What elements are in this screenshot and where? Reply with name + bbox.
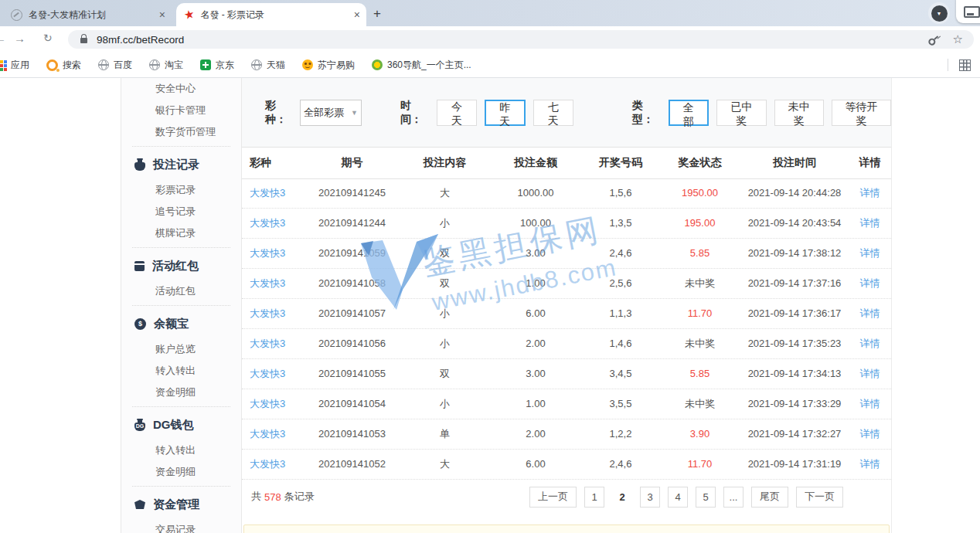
address-bar[interactable]: 98mf.cc/betRecord ☆ [68, 30, 974, 49]
sidebar-section-fund-management[interactable]: 资金管理 [121, 490, 241, 519]
col-header-issue: 期号 [304, 156, 400, 170]
sidebar-section-activity-red-packet[interactable]: 活动红包 [121, 251, 241, 280]
record-count-prefix: 共 [251, 490, 261, 504]
dg-wallet-icon: DG [134, 423, 145, 431]
prize-status: 11.70 [659, 458, 740, 470]
time-filter-yesterday[interactable]: 昨天 [485, 100, 525, 126]
back-button[interactable]: ← [0, 32, 6, 45]
tab-bet-record-title: 名發 - 彩票记录 [200, 8, 344, 22]
issue-number: 202109141057 [304, 307, 400, 319]
issue-number: 202109141245 [304, 187, 400, 199]
sidebar-item-chase-records[interactable]: 追号记录 [121, 201, 241, 222]
lottery-link[interactable]: 大发快3 [242, 397, 304, 411]
bookmark-taobao[interactable]: 淘宝 [149, 59, 183, 72]
sidebar-item-security-center[interactable]: 安全中心 [121, 78, 241, 100]
draw-numbers: 2,4,6 [582, 458, 659, 470]
col-header-lottery: 彩种 [242, 156, 304, 170]
pagination-page-1[interactable]: 1 [584, 487, 604, 508]
type-filter-won[interactable]: 已中奖 [716, 100, 767, 126]
jd-flower-icon [200, 59, 211, 70]
sidebar-item-dg-fund-details[interactable]: 资金明细 [121, 461, 241, 483]
bookmark-apps[interactable]: 应用 [0, 59, 29, 72]
sidebar-item-digital-currency[interactable]: 数字货币管理 [121, 121, 241, 143]
sidebar-item-fund-details[interactable]: 资金明细 [121, 382, 241, 403]
bet-time: 2021-09-14 17:38:12 [740, 247, 849, 259]
bet-amount: 1.00 [489, 398, 582, 409]
detail-link[interactable]: 详情 [849, 277, 891, 290]
pagination-ellipsis[interactable]: ... [723, 487, 744, 508]
detail-link[interactable]: 详情 [849, 337, 891, 351]
type-filter-label: 类型： [632, 99, 661, 127]
sidebar-item-transaction-records[interactable]: 交易记录 [121, 519, 241, 533]
browser-profile-button[interactable] [928, 2, 950, 24]
sidebar-item-lottery-records[interactable]: 彩票记录 [121, 179, 241, 201]
sidebar-item-account-overview[interactable]: 账户总览 [121, 338, 241, 360]
browser-tab-strip: 名發-大发精准计划 × 名發 - 彩票记录 × + [0, 0, 980, 26]
sidebar-section-bet-records[interactable]: 投注记录 [121, 150, 241, 179]
sidebar-item-label: 资金明细 [155, 385, 196, 399]
pagination-next-button[interactable]: 下一页 [796, 487, 843, 508]
tab-close-icon[interactable]: × [351, 8, 363, 21]
tab-plan[interactable]: 名發-大发精准计划 × [8, 5, 168, 24]
draw-numbers: 2,5,6 [582, 277, 659, 289]
lottery-link[interactable]: 大发快3 [242, 457, 304, 471]
sidebar-item-board-game-records[interactable]: 棋牌记录 [121, 222, 241, 244]
prize-status: 3.90 [659, 428, 740, 440]
draw-numbers: 2,4,6 [582, 247, 659, 259]
time-filter-seven-days[interactable]: 七天 [533, 100, 573, 126]
lottery-link[interactable]: 大发快3 [242, 307, 304, 321]
forward-button[interactable]: → [14, 32, 26, 45]
sidebar-item-bank-card[interactable]: 银行卡管理 [121, 100, 241, 121]
lottery-link[interactable]: 大发快3 [242, 337, 304, 351]
time-filter-today[interactable]: 今天 [437, 100, 477, 126]
detail-link[interactable]: 详情 [849, 246, 891, 260]
pagination-page-5[interactable]: 5 [696, 487, 716, 508]
type-filter-pending[interactable]: 等待开奖 [832, 100, 891, 126]
sidebar: 安全中心 银行卡管理 数字货币管理 投注记录 彩票记录 追号记录 棋牌记录 活动… [121, 78, 242, 533]
bookmark-jd[interactable]: 京东 [200, 59, 234, 72]
reading-list-grid-icon[interactable] [959, 59, 971, 71]
lottery-link[interactable]: 大发快3 [242, 186, 304, 200]
window-minimize-button[interactable] [956, 0, 980, 23]
detail-link[interactable]: 详情 [849, 186, 891, 200]
bookmark-star-icon[interactable]: ☆ [953, 32, 963, 46]
bookmark-suning[interactable]: 苏宁易购 [302, 59, 355, 72]
bookmark-baidu[interactable]: 百度 [98, 59, 132, 72]
draw-numbers: 1,4,6 [582, 338, 659, 349]
detail-link[interactable]: 详情 [849, 367, 891, 381]
type-filter-all[interactable]: 全部 [669, 100, 709, 126]
bookmark-tmall[interactable]: 天猫 [251, 59, 285, 72]
detail-link[interactable]: 详情 [849, 457, 891, 471]
password-key-icon[interactable] [924, 31, 941, 47]
pagination-last-button[interactable]: 尾页 [751, 487, 788, 508]
tab-close-icon[interactable]: × [156, 8, 168, 21]
lottery-link[interactable]: 大发快3 [242, 367, 304, 381]
detail-link[interactable]: 详情 [849, 427, 891, 441]
lottery-link[interactable]: 大发快3 [242, 427, 304, 441]
sidebar-item-activity-red-packet[interactable]: 活动红包 [121, 280, 241, 302]
sidebar-item-label: 追号记录 [155, 205, 196, 219]
reload-button[interactable]: ↻ [43, 32, 53, 44]
draw-numbers: 1,5,6 [582, 187, 659, 199]
new-tab-button[interactable]: + [368, 5, 386, 23]
detail-link[interactable]: 详情 [849, 216, 891, 230]
tab-bet-record[interactable]: 名發 - 彩票记录 × [176, 3, 366, 26]
pagination-page-3[interactable]: 3 [640, 487, 660, 508]
lottery-link[interactable]: 大发快3 [242, 277, 304, 290]
table-row: 大发快3 202109141055 双 3.00 3,4,5 5.85 2021… [242, 358, 891, 389]
pagination-page-2-current[interactable]: 2 [612, 487, 632, 508]
detail-link[interactable]: 详情 [849, 397, 891, 411]
bookmark-search[interactable]: 搜索 [46, 59, 81, 72]
pagination-page-4[interactable]: 4 [668, 487, 688, 508]
lottery-link[interactable]: 大发快3 [242, 216, 304, 230]
lottery-link[interactable]: 大发快3 [242, 246, 304, 260]
detail-link[interactable]: 详情 [849, 307, 891, 321]
sidebar-item-dg-transfer-in-out[interactable]: 转入转出 [121, 440, 241, 461]
sidebar-section-yuebao[interactable]: 余额宝 [121, 309, 241, 338]
sidebar-item-transfer-in-out[interactable]: 转入转出 [121, 360, 241, 382]
bookmark-360nav[interactable]: 360导航_一个主页... [372, 59, 471, 72]
type-filter-lost[interactable]: 未中奖 [774, 100, 825, 126]
lottery-select[interactable]: 全部彩票 ▼ [300, 100, 362, 126]
sidebar-section-dg-wallet[interactable]: DG DG钱包 [121, 410, 241, 440]
pagination-prev-button[interactable]: 上一页 [529, 487, 577, 508]
